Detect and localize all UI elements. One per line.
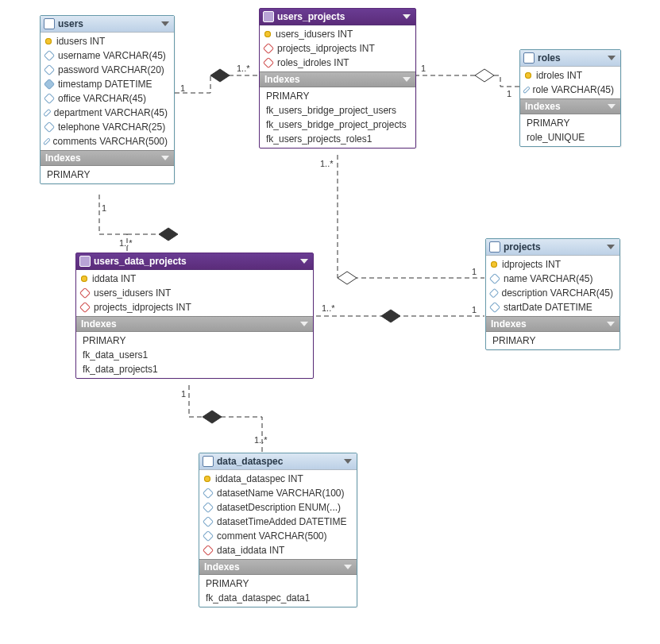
table-projects[interactable]: projects idprojects INT name VARCHAR(45)… — [485, 238, 620, 350]
table-title: users_projects — [274, 11, 403, 22]
attr-icon — [489, 273, 500, 284]
table-header[interactable]: users_projects — [260, 9, 415, 25]
column-row: iddata_dataspec INT — [199, 472, 357, 486]
card-label: 1..* — [322, 303, 335, 313]
collapse-icon[interactable] — [403, 77, 411, 82]
attr-icon — [44, 50, 55, 61]
column-row: data_iddata INT — [199, 543, 357, 557]
column-row: projects_idprojects INT — [76, 300, 313, 314]
svg-marker-4 — [381, 310, 400, 322]
card-label: 1 — [421, 64, 426, 73]
pk-icon — [491, 261, 497, 268]
card-label: 1..* — [119, 238, 133, 248]
table-header[interactable]: projects — [486, 239, 619, 256]
collapse-icon[interactable] — [161, 21, 169, 26]
table-title: users_data_projects — [91, 256, 300, 267]
svg-marker-7 — [203, 411, 222, 423]
collapse-icon[interactable] — [300, 322, 308, 326]
table-header[interactable]: users_data_projects — [76, 253, 313, 270]
indexes-header[interactable]: Indexes — [260, 71, 415, 87]
column-row: users_idusers INT — [260, 27, 415, 41]
card-label: 1 — [472, 267, 477, 276]
column-row: role VARCHAR(45) — [520, 83, 620, 97]
pk-icon — [81, 276, 87, 282]
card-label: 1 — [181, 389, 186, 399]
table-title: projects — [500, 241, 607, 253]
table-users[interactable]: users idusers INT username VARCHAR(45) p… — [40, 15, 175, 184]
column-row: username VARCHAR(45) — [41, 48, 174, 63]
svg-marker-0 — [210, 69, 230, 82]
collapse-icon[interactable] — [607, 322, 615, 326]
column-row: projects_idprojects INT — [260, 41, 415, 56]
index-row: role_UNIQUE — [520, 130, 620, 145]
pk-icon — [264, 31, 271, 37]
indexes-header[interactable]: Indexes — [520, 98, 620, 114]
collapse-icon[interactable] — [344, 459, 352, 464]
attr-icon — [203, 488, 214, 499]
fk-icon — [79, 287, 91, 299]
collapse-icon[interactable] — [161, 156, 169, 160]
fk-icon — [263, 43, 274, 54]
column-row: startDate DATETIME — [486, 300, 619, 314]
column-row: office VARCHAR(45) — [41, 91, 174, 106]
attr-icon — [203, 502, 214, 513]
index-row: fk_users_projects_roles1 — [260, 132, 415, 146]
card-label: 1..* — [320, 159, 334, 168]
column-row: idroles INT — [520, 68, 620, 83]
index-row: PRIMARY — [520, 116, 620, 130]
attr-icon — [44, 93, 55, 104]
index-row: fk_users_bridge_project_projects — [260, 118, 415, 132]
card-label: 1 — [507, 89, 511, 98]
table-header[interactable]: users — [41, 16, 174, 33]
collapse-icon[interactable] — [608, 56, 616, 60]
indexes-header[interactable]: Indexes — [199, 559, 357, 575]
attr-icon — [43, 137, 51, 145]
column-row: description VARCHAR(45) — [486, 286, 619, 300]
table-roles[interactable]: roles idroles INT role VARCHAR(45) Index… — [519, 49, 621, 147]
collapse-icon[interactable] — [608, 104, 616, 109]
card-label: 1..* — [237, 64, 250, 73]
indexes-header[interactable]: Indexes — [41, 150, 174, 166]
fk-icon — [263, 57, 274, 68]
index-row: PRIMARY — [41, 168, 174, 182]
column-row: name VARCHAR(45) — [486, 272, 619, 286]
index-row: PRIMARY — [260, 89, 415, 103]
index-row: fk_data_projects1 — [76, 362, 313, 376]
table-users-projects[interactable]: users_projects users_idusers INT project… — [259, 8, 416, 148]
column-row: comments VARCHAR(500) — [41, 134, 174, 148]
collapse-icon[interactable] — [300, 259, 308, 264]
table-title: users — [55, 18, 161, 29]
attr-icon — [203, 530, 214, 542]
column-row: comment VARCHAR(500) — [199, 529, 357, 543]
svg-marker-5 — [159, 228, 178, 241]
indexes-header[interactable]: Indexes — [486, 316, 619, 332]
table-icon — [79, 256, 91, 267]
table-icon — [44, 18, 55, 29]
attr-icon — [203, 516, 214, 527]
column-row: timestamp DATETIME — [41, 77, 174, 91]
pk-icon — [204, 476, 210, 482]
table-title: data_dataspec — [214, 456, 344, 467]
svg-marker-3 — [338, 272, 357, 284]
collapse-icon[interactable] — [403, 14, 411, 19]
collapse-icon[interactable] — [344, 565, 352, 569]
table-icon — [489, 241, 500, 253]
table-header[interactable]: data_dataspec — [199, 453, 357, 470]
indexes-header[interactable]: Indexes — [76, 316, 313, 332]
table-header[interactable]: roles — [520, 50, 620, 67]
card-label: 1..* — [254, 435, 268, 445]
table-icon — [523, 52, 535, 64]
table-users-data-projects[interactable]: users_data_projects iddata INT users_idu… — [75, 253, 314, 379]
column-row: password VARCHAR(20) — [41, 63, 174, 77]
table-title: roles — [535, 52, 608, 64]
table-icon — [203, 456, 214, 467]
index-row: PRIMARY — [199, 577, 357, 591]
attr-icon — [489, 288, 499, 298]
pk-icon — [45, 38, 52, 44]
fk-icon — [79, 302, 91, 313]
card-label: 1 — [102, 203, 106, 213]
attr-icon — [523, 86, 531, 94]
column-row: datasetDescription ENUM(...) — [199, 500, 357, 515]
table-data-dataspec[interactable]: data_dataspec iddata_dataspec INT datase… — [199, 453, 357, 607]
collapse-icon[interactable] — [607, 245, 615, 249]
